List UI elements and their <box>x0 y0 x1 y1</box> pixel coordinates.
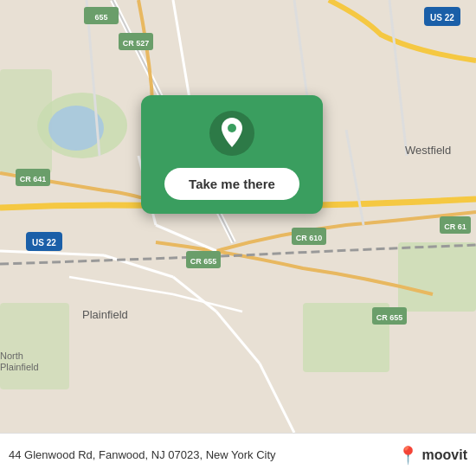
take-me-there-button[interactable]: Take me there <box>164 168 299 200</box>
svg-text:CR 61: CR 61 <box>444 222 466 231</box>
svg-rect-2 <box>0 69 52 173</box>
svg-text:North: North <box>0 351 23 361</box>
svg-text:CR 610: CR 610 <box>296 234 323 242</box>
location-pin-icon <box>219 118 245 149</box>
svg-rect-5 <box>0 303 69 389</box>
svg-text:Plainfield: Plainfield <box>0 362 39 372</box>
moovit-pin-icon: 📍 <box>397 447 419 464</box>
svg-text:CR 641: CR 641 <box>20 175 47 183</box>
svg-rect-3 <box>398 242 476 312</box>
svg-text:Westfield: Westfield <box>405 144 451 157</box>
svg-text:CR 655: CR 655 <box>376 313 403 322</box>
moovit-brand-text: moovit <box>422 447 467 463</box>
svg-text:US 22: US 22 <box>32 238 56 248</box>
svg-text:US 22: US 22 <box>430 13 454 23</box>
svg-text:Plainfield: Plainfield <box>82 308 128 321</box>
map-background: US 22 US 22 US 22 CR 527 CR 641 CR 655 C… <box>0 0 476 433</box>
svg-rect-0 <box>0 0 476 433</box>
svg-text:CR 527: CR 527 <box>123 39 150 48</box>
svg-text:655: 655 <box>94 13 107 22</box>
bottom-bar: 44 Glenwood Rd, Fanwood, NJ 07023, New Y… <box>0 433 476 476</box>
moovit-logo: 📍 moovit <box>397 447 467 464</box>
location-icon-wrapper <box>209 111 254 156</box>
map-container: US 22 US 22 US 22 CR 527 CR 641 CR 655 C… <box>0 0 476 433</box>
popup-card: Take me there <box>141 95 323 214</box>
address-text: 44 Glenwood Rd, Fanwood, NJ 07023, New Y… <box>9 448 390 461</box>
svg-text:CR 655: CR 655 <box>190 257 217 266</box>
svg-point-48 <box>228 124 236 132</box>
